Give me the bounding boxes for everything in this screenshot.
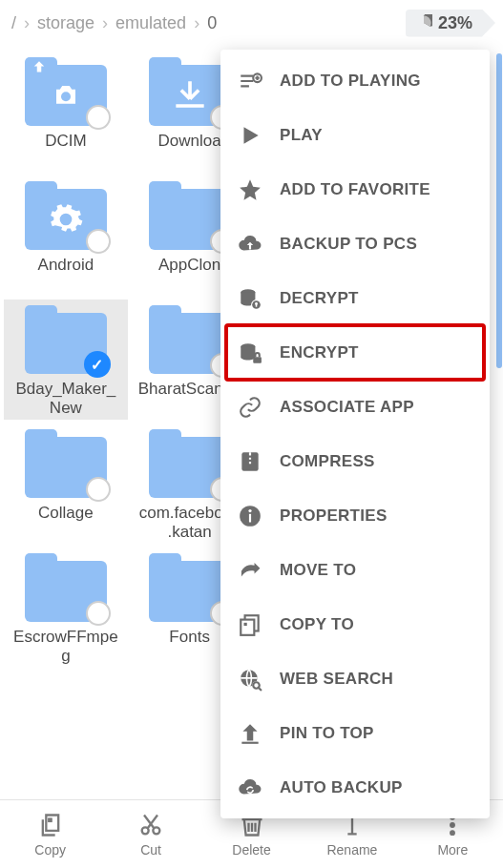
- menu-item-db-unlock[interactable]: DECRYPT: [220, 271, 490, 325]
- svg-point-0: [61, 92, 71, 101]
- scrollbar-thumb[interactable]: [496, 53, 502, 368]
- menu-item-label: DECRYPT: [280, 289, 359, 308]
- menu-item-label: BACKUP TO PCS: [280, 235, 417, 254]
- menu-item-label: ASSOCIATE APP: [280, 398, 414, 417]
- menu-item-label: PIN TO TOP: [280, 724, 374, 743]
- breadcrumb-root[interactable]: /: [8, 13, 20, 33]
- menu-item-cloud-sync[interactable]: AUTO BACKUP: [220, 760, 490, 815]
- db-unlock-icon: [238, 286, 262, 311]
- storage-usage-badge[interactable]: 23%: [406, 10, 495, 37]
- menu-item-cloud-up[interactable]: BACKUP TO PCS: [220, 217, 490, 271]
- folder-item[interactable]: Android: [4, 176, 128, 296]
- folder-label: DCIM: [45, 132, 86, 170]
- menu-item-label: MOVE TO: [280, 561, 356, 580]
- svg-rect-6: [256, 303, 258, 306]
- copy-label: Copy: [34, 842, 66, 858]
- context-menu: ADD TO PLAYINGPLAYADD TO FAVORITEBACKUP …: [220, 50, 490, 818]
- status-dot: [86, 105, 111, 130]
- status-dot: [86, 601, 111, 626]
- more-label: More: [437, 842, 468, 858]
- copy-button[interactable]: Copy: [0, 800, 100, 868]
- menu-item-globe-search[interactable]: WEB SEARCH: [220, 651, 490, 706]
- storage-percent: 23%: [438, 13, 472, 33]
- svg-point-24: [451, 822, 455, 827]
- folder-icon: [25, 57, 107, 126]
- play-icon: [238, 123, 262, 148]
- svg-rect-14: [241, 619, 254, 634]
- folder-label: Fonts: [169, 628, 210, 666]
- copy-icon: [37, 812, 64, 838]
- pin-up-icon: [238, 721, 262, 746]
- delete-label: Delete: [232, 842, 270, 858]
- menu-item-play[interactable]: PLAY: [220, 108, 490, 162]
- status-dot: [86, 477, 111, 502]
- menu-item-info[interactable]: PROPERTIES: [220, 488, 490, 543]
- playlist-add-icon: [238, 69, 262, 93]
- menu-item-copy[interactable]: COPY TO: [220, 597, 490, 651]
- menu-item-label: ADD TO FAVORITE: [280, 180, 430, 199]
- pie-icon: [415, 14, 432, 31]
- svg-rect-11: [249, 513, 251, 522]
- svg-rect-20: [48, 818, 52, 822]
- menu-item-label: PROPERTIES: [280, 506, 388, 526]
- menu-item-zip[interactable]: COMPRESS: [220, 434, 490, 488]
- menu-item-label: COPY TO: [280, 615, 354, 634]
- breadcrumb-storage[interactable]: storage: [33, 13, 98, 33]
- svg-rect-8: [253, 357, 262, 363]
- menu-item-label: AUTO BACKUP: [280, 778, 403, 797]
- folder-label: AppClon: [158, 256, 220, 294]
- cut-button[interactable]: Cut: [100, 800, 200, 868]
- folder-icon: [149, 305, 231, 374]
- menu-item-arrow-share[interactable]: MOVE TO: [220, 543, 490, 597]
- folder-icon: [149, 429, 231, 498]
- folder-item[interactable]: ✓Bday_Maker_New: [4, 300, 128, 420]
- cloud-sync-icon: [238, 775, 262, 800]
- folder-icon: [25, 429, 107, 498]
- chevron-right-icon: ›: [194, 13, 199, 33]
- folder-label: Android: [38, 256, 94, 294]
- folder-item[interactable]: DCIM: [4, 52, 128, 172]
- folder-icon: [25, 553, 107, 622]
- menu-item-label: PLAY: [280, 126, 323, 145]
- breadcrumb-current[interactable]: 0: [203, 13, 220, 33]
- folder-icon: ✓: [25, 305, 107, 374]
- folder-icon: [149, 553, 231, 622]
- menu-item-star[interactable]: ADD TO FAVORITE: [220, 162, 490, 217]
- svg-rect-19: [241, 741, 258, 743]
- menu-item-label: ENCRYPT: [280, 343, 359, 362]
- folder-icon: [25, 181, 107, 250]
- folder-item[interactable]: Collage: [4, 424, 128, 544]
- breadcrumb[interactable]: / › storage › emulated › 0 23%: [0, 0, 503, 46]
- copy-icon: [238, 612, 262, 637]
- folder-label: Bday_Maker_New: [13, 380, 118, 418]
- globe-search-icon: [238, 667, 262, 692]
- folder-label: Collage: [38, 504, 94, 542]
- svg-point-25: [451, 830, 455, 835]
- menu-item-pin-up[interactable]: PIN TO TOP: [220, 706, 490, 760]
- info-icon: [238, 504, 262, 528]
- svg-point-12: [248, 508, 251, 511]
- folder-label: Downloa: [158, 132, 221, 170]
- folder-item[interactable]: EscrowFFmpeg: [4, 548, 128, 668]
- arrow-share-icon: [238, 558, 262, 583]
- check-icon: ✓: [84, 351, 111, 378]
- cut-label: Cut: [140, 842, 161, 858]
- menu-item-label: WEB SEARCH: [280, 670, 393, 689]
- menu-item-label: COMPRESS: [280, 452, 375, 471]
- folder-label: EscrowFFmpeg: [13, 628, 118, 666]
- menu-item-label: ADD TO PLAYING: [280, 72, 421, 91]
- scissors-icon: [137, 812, 164, 838]
- folder-icon: [149, 181, 231, 250]
- folder-icon: [149, 57, 231, 126]
- cloud-up-icon: [238, 232, 262, 257]
- db-lock-icon: [238, 341, 262, 365]
- star-icon: [238, 177, 262, 202]
- menu-item-playlist-add[interactable]: ADD TO PLAYING: [220, 53, 490, 108]
- svg-rect-15: [244, 622, 247, 625]
- zip-icon: [238, 449, 262, 474]
- rename-label: Rename: [326, 842, 377, 858]
- link-icon: [238, 395, 262, 420]
- menu-item-db-lock[interactable]: ENCRYPT: [226, 325, 484, 380]
- breadcrumb-emulated[interactable]: emulated: [112, 13, 190, 33]
- menu-item-link[interactable]: ASSOCIATE APP: [220, 380, 490, 434]
